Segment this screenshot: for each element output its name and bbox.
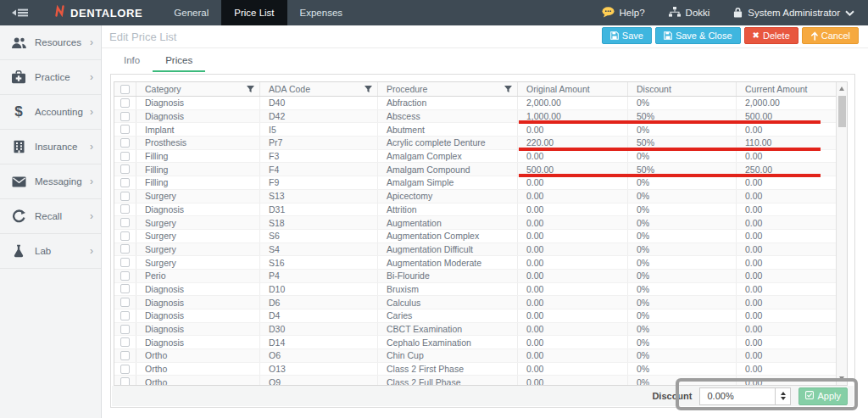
vertical-scrollbar[interactable] — [836, 82, 847, 385]
scroll-down-icon[interactable] — [837, 373, 847, 384]
table-row[interactable]: Diagnosis D10 Bruxism 0.00 0% 0.00 — [114, 283, 836, 297]
row-checkbox[interactable] — [120, 192, 130, 201]
menu-item-expenses[interactable]: Expenses — [287, 0, 356, 25]
row-checkbox[interactable] — [120, 365, 130, 374]
app-logo[interactable]: DENTALORE — [54, 5, 142, 20]
table-row[interactable]: Surgery S18 Augmentation 0.00 0% 0.00 — [114, 216, 836, 230]
column-procedure[interactable]: Procedure — [378, 82, 518, 96]
row-checkbox[interactable] — [120, 271, 130, 281]
row-checkbox[interactable] — [120, 337, 130, 347]
table-row[interactable]: Diagnosis D30 CBCT Examination 0.00 0% 0… — [114, 323, 836, 337]
cell-ada-code: P4 — [260, 270, 378, 282]
cell-category: Surgery — [136, 216, 260, 229]
apply-button[interactable]: Apply — [798, 387, 848, 405]
row-checkbox[interactable] — [120, 112, 130, 121]
filter-icon[interactable] — [247, 86, 254, 93]
tab-prices[interactable]: Prices — [153, 51, 205, 72]
cell-procedure: CBCT Examination — [378, 323, 518, 336]
table-row[interactable]: Surgery S6 Augmentation Complex 0.00 0% … — [114, 230, 836, 243]
row-checkbox[interactable] — [120, 164, 130, 174]
table-row[interactable]: Diagnosis D42 Abscess 1,000.00 50% 500.0… — [114, 110, 836, 124]
sidebar-item-lab[interactable]: Lab › — [0, 234, 101, 269]
sidebar-item-practice[interactable]: Practice › — [0, 60, 101, 95]
chevron-right-icon: › — [90, 176, 93, 187]
table-row[interactable]: Ortho O9 Class 2 Full Phase 0.00 0% 0.00 — [114, 376, 836, 386]
column-category[interactable]: Category — [136, 82, 260, 96]
table-row[interactable]: Implant I5 Abutment 0.00 0% 0.00 — [114, 123, 836, 137]
row-checkbox[interactable] — [120, 284, 130, 293]
row-checkbox[interactable] — [120, 98, 130, 108]
table-row[interactable]: Prosthesis Pr7 Acrylic complete Denture … — [114, 137, 836, 150]
table-row[interactable]: Diagnosis D4 Caries 0.00 0% 0.00 — [114, 309, 836, 323]
sidebar-item-messaging[interactable]: Messaging › — [0, 164, 101, 199]
cell-procedure: Bi-Flouride — [378, 270, 518, 282]
table-row[interactable]: Surgery S16 Augmentation Moderate 0.00 0… — [114, 256, 836, 270]
sidebar-item-recall[interactable]: Recall › — [0, 199, 101, 234]
row-checkbox[interactable] — [120, 178, 130, 187]
sidebar-item-resources[interactable]: Resources › — [0, 25, 101, 60]
discount-stepper[interactable] — [775, 388, 790, 404]
table-row[interactable]: Surgery S4 Augmentation Difficult 0.00 0… — [114, 243, 836, 257]
row-checkbox[interactable] — [120, 218, 130, 227]
cancel-button[interactable]: Cancel — [802, 27, 859, 44]
table-row[interactable]: Perio P4 Bi-Flouride 0.00 0% 0.00 — [114, 270, 836, 283]
row-checkbox[interactable] — [120, 325, 130, 334]
sidebar-item-accounting[interactable]: $ Accounting › — [0, 95, 101, 130]
row-checkbox[interactable] — [120, 298, 130, 307]
row-checkbox[interactable] — [120, 138, 130, 148]
menu-item-general[interactable]: General — [161, 0, 221, 25]
stepper-down-icon[interactable] — [781, 397, 786, 400]
table-row[interactable]: Diagnosis D6 Calculus 0.00 0% 0.00 — [114, 296, 836, 309]
user-menu[interactable]: System Administrator — [733, 7, 854, 20]
row-checkbox[interactable] — [120, 351, 130, 360]
table-row[interactable]: Diagnosis D31 Attrition 0.00 0% 0.00 — [114, 203, 836, 217]
cell-category: Diagnosis — [136, 283, 260, 296]
cell-discount: 0% — [628, 216, 737, 229]
select-all-checkbox[interactable] — [120, 85, 130, 94]
sitemap-icon — [669, 7, 681, 19]
sidebar-item-insurance[interactable]: Insurance › — [0, 130, 101, 164]
table-row[interactable]: Surgery S13 Apicectomy 0.00 0% 0.00 — [114, 190, 836, 203]
row-checkbox[interactable] — [120, 231, 130, 241]
help-link[interactable]: Help? — [602, 7, 645, 20]
row-checkbox-cell — [114, 270, 136, 282]
discount-input[interactable]: 0.00% — [700, 388, 775, 404]
save-floppy-icon — [610, 31, 619, 40]
scrollbar-thumb[interactable] — [838, 96, 846, 127]
row-checkbox[interactable] — [120, 204, 130, 214]
tab-info[interactable]: Info — [111, 51, 153, 72]
discount-input-group: 0.00% — [699, 387, 791, 405]
table-row[interactable]: Diagnosis D14 Cephalo Examination 0.00 0… — [114, 336, 836, 349]
table-row[interactable]: Filling F4 Amalgam Compound 500.00 50% 2… — [114, 163, 836, 176]
table-row[interactable]: Filling F3 Amalgam Complex 0.00 0% 0.00 — [114, 150, 836, 164]
tab-bar: Info Prices — [111, 51, 205, 72]
column-current-amount[interactable]: Current Amount — [737, 82, 836, 96]
table-row[interactable]: Ortho O6 Chin Cup 0.00 0% 0.00 — [114, 349, 836, 363]
row-checkbox[interactable] — [120, 258, 130, 267]
column-ada-code[interactable]: ADA Code — [260, 82, 378, 96]
stepper-up-icon[interactable] — [781, 392, 786, 395]
row-checkbox[interactable] — [120, 244, 130, 254]
scroll-up-icon[interactable] — [837, 83, 847, 94]
row-checkbox[interactable] — [120, 152, 130, 161]
delete-button[interactable]: ✖ Delete — [744, 27, 798, 44]
table-row[interactable]: Diagnosis D40 Abfraction 2,000.00 0% 2,0… — [114, 97, 836, 110]
sidebar-collapse-icon[interactable] — [12, 8, 29, 18]
filter-icon[interactable] — [364, 86, 372, 93]
practice-name: Dokki — [686, 8, 710, 18]
cell-discount: 50% — [628, 163, 737, 176]
column-original-amount[interactable]: Original Amount — [518, 82, 628, 96]
row-checkbox[interactable] — [120, 311, 130, 320]
row-checkbox[interactable] — [120, 377, 130, 386]
table-row[interactable]: Ortho O13 Class 2 First Phase 0.00 0% 0.… — [114, 363, 836, 376]
save-button[interactable]: Save — [602, 27, 652, 44]
filter-icon[interactable] — [504, 86, 512, 93]
cell-procedure: Amalgam Complex — [378, 150, 518, 163]
menu-item-price-list[interactable]: Price List — [221, 0, 287, 25]
save-and-close-button[interactable]: Save & Close — [655, 27, 741, 44]
sidebar-label-insurance: Insurance — [35, 142, 78, 152]
practice-switcher[interactable]: Dokki — [669, 7, 710, 19]
column-discount[interactable]: Discount — [628, 82, 737, 96]
table-row[interactable]: Filling F9 Amalgam Simple 0.00 0% 0.00 — [114, 176, 836, 190]
row-checkbox[interactable] — [120, 125, 130, 134]
